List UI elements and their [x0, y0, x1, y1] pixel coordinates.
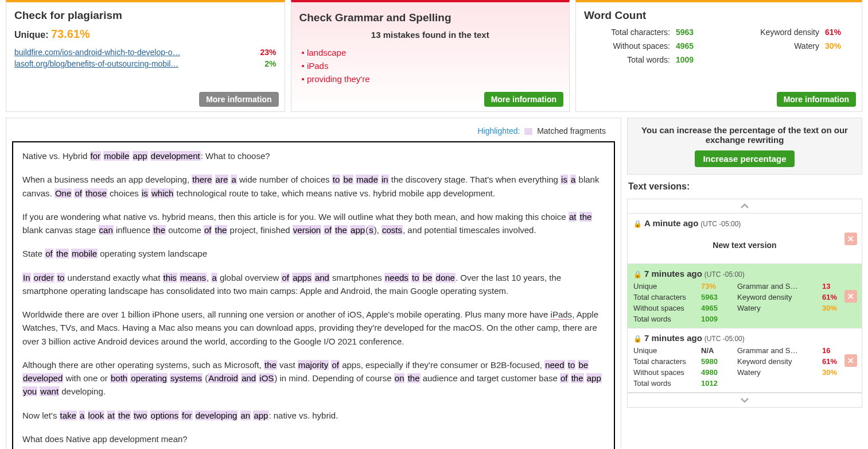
plagiarism-source-pct: 23% — [260, 48, 276, 57]
editor-column: Highlighted: Matched fragments Native vs… — [6, 118, 621, 449]
wordcount-card: Word Count Total characters:5963Without … — [575, 0, 862, 112]
grammar-title: Check Grammar and Spelling — [299, 11, 562, 24]
plagiarism-source-link[interactable]: buildfire.com/ios-android-which-to-devel… — [14, 48, 180, 57]
version-item[interactable]: 🔒7 minutes ago (UTC -05:00) Unique73%Gra… — [628, 264, 862, 328]
plagiarism-source-pct: 2% — [264, 59, 276, 68]
chevron-up-icon[interactable] — [628, 199, 862, 214]
versions-title: Text versions: — [627, 179, 862, 194]
wordcount-row: Total characters:5963 — [584, 28, 704, 37]
mistake-item: • iPads — [299, 61, 562, 71]
wordcount-row: Keyword density61% — [733, 28, 854, 37]
promo-box: You can increase the percentage of the t… — [627, 118, 862, 175]
close-icon[interactable]: ✕ — [844, 233, 857, 245]
lock-icon: 🔒 — [633, 270, 642, 278]
plagiarism-source-row: buildfire.com/ios-android-which-to-devel… — [14, 48, 277, 57]
close-icon[interactable]: ✕ — [844, 290, 857, 303]
wordcount-title: Word Count — [584, 9, 854, 22]
swatch-icon — [524, 128, 532, 135]
versions-list: 🔒A minute ago (UTC -05:00)New text versi… — [627, 199, 862, 408]
increase-percentage-button[interactable]: Increase percentage — [695, 150, 794, 167]
text-editor[interactable]: Native vs. Hybrid for mobile app develop… — [12, 141, 615, 449]
version-item[interactable]: 🔒7 minutes ago (UTC -05:00) UniqueN/AGra… — [628, 328, 862, 393]
plagiarism-source-link[interactable]: lasoft.org/blog/benefits-of-outsourcing-… — [14, 59, 178, 68]
wordcount-row: Total words:1009 — [584, 55, 704, 64]
lock-icon: 🔒 — [633, 335, 642, 343]
plagiarism-title: Check for plagiarism — [14, 9, 277, 22]
mistake-item: • providing they're — [299, 74, 562, 84]
highlight-legend: Highlighted: Matched fragments — [12, 124, 615, 141]
wordcount-more-button[interactable]: More information — [777, 92, 856, 107]
unique-line: Unique: 73.61% — [14, 28, 277, 41]
lock-icon: 🔒 — [633, 220, 642, 228]
grammar-card: Check Grammar and Spelling 13 mistakes f… — [291, 0, 570, 112]
grammar-subtitle: 13 mistakes found in the text — [299, 30, 562, 40]
wordcount-row: Without spaces:4965 — [584, 41, 704, 51]
plagiarism-more-button[interactable]: More information — [199, 92, 278, 107]
plagiarism-source-row: lasoft.org/blog/benefits-of-outsourcing-… — [14, 59, 277, 68]
close-icon[interactable]: ✕ — [844, 354, 857, 367]
version-item[interactable]: 🔒A minute ago (UTC -05:00)New text versi… — [628, 214, 862, 264]
chevron-down-icon[interactable] — [628, 393, 862, 407]
wordcount-row: Watery30% — [733, 41, 854, 51]
mistake-item: • landscape — [299, 48, 562, 57]
grammar-more-button[interactable]: More information — [484, 92, 563, 107]
plagiarism-card: Check for plagiarism Unique: 73.61% buil… — [6, 0, 285, 112]
unique-value: 73.61% — [51, 28, 90, 40]
